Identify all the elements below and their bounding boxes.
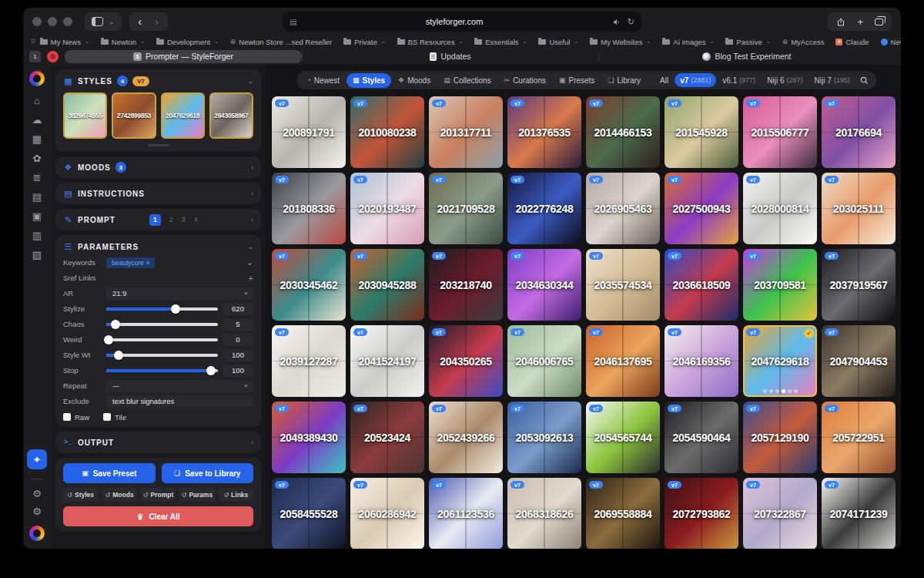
pinned-tab-2[interactable] <box>47 51 59 62</box>
filter-niji-7[interactable]: Niji 7(195) <box>808 73 855 87</box>
zoom-button[interactable] <box>63 17 72 26</box>
stylize-slider[interactable] <box>106 304 218 314</box>
save-to-library-button[interactable]: ❏ Save to Library <box>162 463 254 483</box>
chevron-right-icon[interactable]: › <box>251 163 253 171</box>
bookmark-newton-store-sed-reseller[interactable]: ⊕Newton Store ...sed Reseller <box>230 38 332 46</box>
bookmark-newton[interactable]: Newton⌄ <box>101 38 145 46</box>
style-tile-2030345462[interactable]: v72030345462 <box>272 249 346 321</box>
chaos-value[interactable]: 5 <box>223 318 253 331</box>
forward-button[interactable]: › <box>149 13 166 30</box>
style-tile-2015506777[interactable]: v72015506777 <box>743 96 817 168</box>
style-tile-207322867[interactable]: v7207322867 <box>743 478 817 549</box>
tile-checkbox[interactable]: Tile <box>103 412 126 422</box>
style-tile-20523424[interactable]: v720523424 <box>350 402 424 473</box>
tab-prompter[interactable]: S Prompter — StyleForger <box>65 50 302 63</box>
reset-styles-button[interactable]: ↺Styles <box>63 488 98 502</box>
tab-styles[interactable]: ▦Styles <box>346 73 391 88</box>
style-tile-203218740[interactable]: v7203218740 <box>429 249 503 321</box>
layers-icon[interactable]: ≣ <box>29 173 45 183</box>
style-tile-2068318626[interactable]: v72068318626 <box>507 478 581 549</box>
carousel-dot[interactable] <box>775 389 779 393</box>
tab-updates[interactable]: Updates <box>302 51 598 62</box>
repeat-select[interactable]: — ▾ <box>106 380 253 392</box>
stop-slider[interactable] <box>106 365 218 375</box>
gear-icon[interactable]: ⚙ <box>29 489 45 499</box>
reset-moods-button[interactable]: ↺Moods <box>102 488 136 502</box>
bookmark-useful[interactable]: Useful⌄ <box>538 38 578 46</box>
prompt-page-3[interactable]: 3 <box>182 216 186 223</box>
styles-header[interactable]: ▦ STYLES 4 V7 ⌄ <box>63 75 253 87</box>
style-tile-2036618509[interactable]: v72036618509 <box>665 249 738 321</box>
close-button[interactable] <box>32 17 42 26</box>
style-tile-20176694[interactable]: v720176694 <box>822 96 896 168</box>
reset-links-button[interactable]: ↺Links <box>219 488 253 502</box>
slider-thumb[interactable] <box>206 366 216 375</box>
parameters-header[interactable]: ☰ PARAMETERS ⌄ <box>63 240 253 253</box>
sidebar-toggle-button[interactable]: ⌄ <box>85 12 122 31</box>
style-tile-2074171239[interactable]: v72074171239 <box>822 478 896 549</box>
tab-moods[interactable]: ❖Moods <box>392 73 437 88</box>
bookmark-claude[interactable]: ✳Claude <box>835 38 869 46</box>
exclude-input[interactable]: text blur signatures <box>106 395 253 408</box>
reload-icon[interactable]: ↻ <box>628 17 634 27</box>
carousel-dot[interactable] <box>794 389 798 393</box>
chevron-right-icon[interactable]: › <box>251 216 253 223</box>
style-wt-slider[interactable] <box>106 350 218 360</box>
book-icon[interactable]: ▥ <box>29 230 45 240</box>
magic-tool-button[interactable]: ✦ <box>27 449 47 469</box>
clear-all-button[interactable]: Clear All <box>63 506 253 526</box>
new-tab-button[interactable]: + <box>857 16 863 28</box>
ar-select[interactable]: 21:9 ▾ <box>106 287 253 300</box>
style-tile-2054565744[interactable]: v72054565744 <box>586 402 660 473</box>
reset-params-button[interactable]: ↺Params <box>179 488 214 502</box>
style-tile-2026905463[interactable]: v72026905463 <box>586 173 660 244</box>
chaos-slider[interactable] <box>106 319 218 329</box>
filter-v6-1[interactable]: v6.1(977) <box>717 73 761 87</box>
bookmark-myaccess[interactable]: ⊕MyAccess <box>782 38 825 46</box>
search-button[interactable] <box>856 76 872 85</box>
bookmark-passive[interactable]: Passive⌄ <box>725 38 770 46</box>
style-tile-2054590464[interactable]: v72054590464 <box>665 402 738 473</box>
style-tile-2028000814[interactable]: v72028000814 <box>743 173 817 244</box>
favorites-grid-icon[interactable]: ⠿ <box>31 39 35 45</box>
style-thumb-3829674955[interactable]: 3829674955 <box>63 92 107 139</box>
prompt-section[interactable]: ✎ PROMPT 1234 › <box>55 209 261 230</box>
style-tile-2020193487[interactable]: v72020193487 <box>350 173 424 244</box>
style-tile-2053092613[interactable]: v72053092613 <box>507 402 581 473</box>
url-bar[interactable]: ▤ styleforger.com ↻ <box>283 12 641 32</box>
style-tile-2035574534[interactable]: v72035574534 <box>586 249 660 321</box>
style-tile-2030945288[interactable]: v72030945288 <box>350 249 424 321</box>
chevron-right-icon[interactable]: › <box>251 439 253 446</box>
style-tile-203025111[interactable]: v7203025111 <box>822 173 896 244</box>
style-tile-201317711[interactable]: v7201317711 <box>429 96 503 168</box>
share-icon[interactable] <box>836 17 845 27</box>
folder-icon[interactable]: ▤ <box>29 192 45 202</box>
style-tile-2027500943[interactable]: v72027500943 <box>665 173 738 244</box>
style-tile-204350265[interactable]: v7204350265 <box>429 325 503 397</box>
bookmark-essentials[interactable]: Essentials⌄ <box>474 38 527 46</box>
style-thumb-2742899853[interactable]: 2742899853 <box>112 92 156 139</box>
style-tile-201545928[interactable]: v7201545928 <box>665 96 738 168</box>
bookmark-development[interactable]: Development⌄ <box>156 38 219 46</box>
style-tile-2057129190[interactable]: v72057129190 <box>743 402 817 473</box>
style-tile-2041524197[interactable]: v72041524197 <box>350 325 424 397</box>
bookmark-my-news[interactable]: My News⌄ <box>40 38 89 46</box>
filter-all[interactable]: All <box>654 73 674 87</box>
home-icon[interactable]: ⌂ <box>29 96 45 106</box>
prompt-page-4[interactable]: 4 <box>194 216 198 223</box>
chevron-down-icon[interactable]: ⌄ <box>247 243 253 250</box>
chevron-down-icon[interactable]: ⌄ <box>246 257 253 267</box>
slider-thumb[interactable] <box>104 335 113 344</box>
carousel-dot[interactable] <box>769 389 773 393</box>
minimize-button[interactable] <box>48 17 57 26</box>
back-button[interactable]: ‹ <box>132 13 149 30</box>
style-tile-205722951[interactable]: v7205722951 <box>822 402 896 473</box>
style-tile-2052439266[interactable]: v72052439266 <box>429 402 503 473</box>
tab-blog-test[interactable]: Blog Test Experiment <box>598 51 895 62</box>
style-tile-2049389430[interactable]: v72049389430 <box>272 402 346 473</box>
style-thumb-2047629618[interactable]: 2047629618 <box>161 92 205 139</box>
bookmark-private[interactable]: Private⌄ <box>343 38 385 46</box>
style-tile-2069558884[interactable]: v72069558884 <box>586 478 660 549</box>
carousel-dot[interactable] <box>763 389 767 393</box>
tab-presets[interactable]: ▣Presets <box>553 73 601 88</box>
